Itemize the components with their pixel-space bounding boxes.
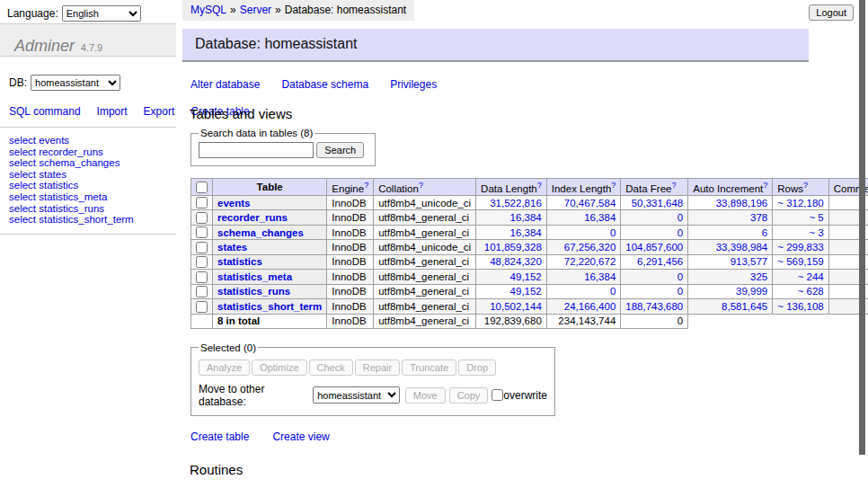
logout-button[interactable]: Logout bbox=[809, 4, 854, 21]
auto-increment-cell: 33,898,196 bbox=[688, 195, 773, 209]
table-name-cell: states bbox=[213, 240, 327, 254]
overwrite-checkbox[interactable] bbox=[492, 389, 503, 401]
help-link[interactable]: ? bbox=[419, 181, 423, 190]
tables-table: TableEngine?Collation?Data Length?Index … bbox=[190, 178, 868, 329]
move-button[interactable]: Move bbox=[405, 387, 446, 404]
repair-button[interactable]: Repair bbox=[355, 359, 400, 376]
select-all-checkbox[interactable] bbox=[196, 182, 208, 193]
create-table-link[interactable]: Create table bbox=[190, 430, 249, 443]
select-table-link[interactable]: select statistics bbox=[9, 180, 78, 191]
row-checkbox[interactable] bbox=[196, 197, 208, 209]
total-data-length-cell: 192,839,680 bbox=[476, 314, 547, 328]
move-database-select[interactable]: homeassistant bbox=[313, 386, 400, 404]
table-name-cell: schema_changes bbox=[213, 225, 327, 239]
breadcrumb-mysql-link[interactable]: MySQL bbox=[190, 4, 226, 16]
select-table-link[interactable]: select states bbox=[9, 169, 66, 180]
table-link[interactable]: statistics_short_term bbox=[217, 301, 322, 312]
data-length-cell: 31,522,816 bbox=[476, 195, 547, 209]
select-table-link[interactable]: select schema_changes bbox=[9, 157, 120, 168]
auto-increment-cell: 8,581,645 bbox=[688, 299, 773, 314]
database-schema-link[interactable]: Database schema bbox=[281, 78, 368, 91]
sidebar-list-item: select schema_changes bbox=[9, 157, 176, 169]
tables-and-views-heading: Tables and views bbox=[190, 106, 809, 121]
help-link[interactable]: ? bbox=[803, 181, 808, 190]
row-checkbox[interactable] bbox=[196, 301, 208, 313]
sidebar: Language:English Adminer 4.7.9 DB:homeas… bbox=[0, 0, 176, 488]
table-row: statistics_short_termInnoDButf8mb4_gener… bbox=[191, 299, 868, 314]
sidebar-list-item: select states bbox=[9, 169, 176, 181]
total-label-cell: 8 in total bbox=[213, 314, 327, 328]
table-header-row: TableEngine?Collation?Data Length?Index … bbox=[191, 179, 868, 196]
column-header-label: Data Free bbox=[625, 183, 671, 194]
help-link[interactable]: ? bbox=[763, 181, 767, 190]
auto-increment-cell: 39,999 bbox=[688, 284, 773, 298]
select-table-link[interactable]: select statistics_meta bbox=[9, 191, 107, 202]
copy-button[interactable]: Copy bbox=[449, 387, 489, 404]
breadcrumb-current: Database: homeassistant bbox=[285, 4, 406, 16]
table-name-cell: recorder_runs bbox=[213, 210, 327, 225]
sql-command-link[interactable]: SQL command bbox=[9, 105, 81, 118]
row-checkbox[interactable] bbox=[196, 286, 208, 297]
breadcrumb-server-link[interactable]: Server bbox=[240, 4, 271, 16]
select-table-link[interactable]: select recorder_runs bbox=[9, 146, 103, 157]
row-checkbox[interactable] bbox=[196, 256, 208, 268]
row-checkbox[interactable] bbox=[196, 271, 208, 283]
truncate-button[interactable]: Truncate bbox=[402, 359, 456, 376]
row-checkbox[interactable] bbox=[196, 212, 208, 224]
sidebar-list-item: select recorder_runs bbox=[9, 146, 176, 158]
create-view-link[interactable]: Create view bbox=[272, 430, 329, 443]
total-collation-cell: utf8mb4_general_ci bbox=[374, 314, 476, 328]
search-input[interactable] bbox=[199, 142, 314, 158]
row-checkbox[interactable] bbox=[196, 242, 208, 253]
search-button[interactable]: Search bbox=[316, 142, 364, 158]
help-link[interactable]: ? bbox=[364, 181, 368, 190]
import-link[interactable]: Import bbox=[97, 105, 128, 118]
analyze-button[interactable]: Analyze bbox=[199, 359, 250, 376]
routines-heading: Routines bbox=[190, 462, 809, 477]
table-link[interactable]: statistics_meta bbox=[217, 271, 292, 282]
table-link[interactable]: statistics_runs bbox=[217, 286, 290, 297]
db-select[interactable]: homeassistant bbox=[31, 75, 120, 91]
table-name-cell: events bbox=[213, 195, 327, 209]
main-content: MySQL»Server»Database: homeassistant Dat… bbox=[182, 0, 809, 488]
alter-database-link[interactable]: Alter database bbox=[190, 78, 260, 91]
optimize-button[interactable]: Optimize bbox=[252, 359, 306, 376]
table-total-row: 8 in totalInnoDButf8mb4_general_ci192,83… bbox=[191, 314, 868, 328]
collation-cell: utf8mb4_general_ci bbox=[374, 299, 476, 314]
table-link[interactable]: statistics bbox=[217, 256, 262, 267]
export-link[interactable]: Export bbox=[144, 105, 175, 118]
index-length-cell: 16,384 bbox=[546, 210, 621, 225]
sidebar-list-item: select statistics bbox=[9, 180, 176, 191]
help-link[interactable]: ? bbox=[611, 181, 616, 190]
collation-cell: utf8mb4_general_ci bbox=[374, 270, 476, 284]
overwrite-option: overwrite bbox=[492, 389, 547, 402]
column-header-data-length: Data Length? bbox=[476, 179, 547, 196]
select-table-link[interactable]: select statistics_short_term bbox=[9, 214, 134, 225]
collation-cell: utf8mb4_general_ci bbox=[374, 210, 476, 225]
engine-cell: InnoDB bbox=[327, 299, 374, 314]
table-link[interactable]: schema_changes bbox=[217, 227, 304, 238]
column-header-label: Collation bbox=[378, 183, 419, 194]
drop-button[interactable]: Drop bbox=[458, 359, 496, 376]
table-link[interactable]: states bbox=[217, 242, 247, 253]
select-table-link[interactable]: select events bbox=[9, 135, 69, 146]
vertical-scrollbar-thumb[interactable] bbox=[859, 0, 865, 455]
column-header-engine: Engine? bbox=[327, 179, 374, 196]
engine-cell: InnoDB bbox=[327, 210, 374, 225]
table-row: statistics_runsInnoDButf8mb4_general_ci4… bbox=[191, 284, 868, 298]
row-select-cell bbox=[191, 270, 213, 284]
table-link[interactable]: recorder_runs bbox=[217, 212, 288, 223]
help-link[interactable]: ? bbox=[537, 181, 542, 190]
data-length-cell: 10,502,144 bbox=[476, 299, 547, 314]
select-table-link[interactable]: select statistics_runs bbox=[9, 203, 104, 214]
help-link[interactable]: ? bbox=[671, 181, 676, 190]
sidebar-list-item: select statistics_short_term bbox=[9, 214, 176, 226]
privileges-link[interactable]: Privileges bbox=[390, 78, 437, 91]
table-link[interactable]: events bbox=[217, 198, 250, 209]
engine-cell: InnoDB bbox=[327, 284, 374, 298]
row-checkbox[interactable] bbox=[196, 226, 208, 238]
language-select[interactable]: English bbox=[62, 5, 141, 22]
check-button[interactable]: Check bbox=[309, 359, 353, 376]
collation-cell: utf8mb4_general_ci bbox=[374, 254, 476, 269]
row-select-cell bbox=[191, 284, 213, 298]
